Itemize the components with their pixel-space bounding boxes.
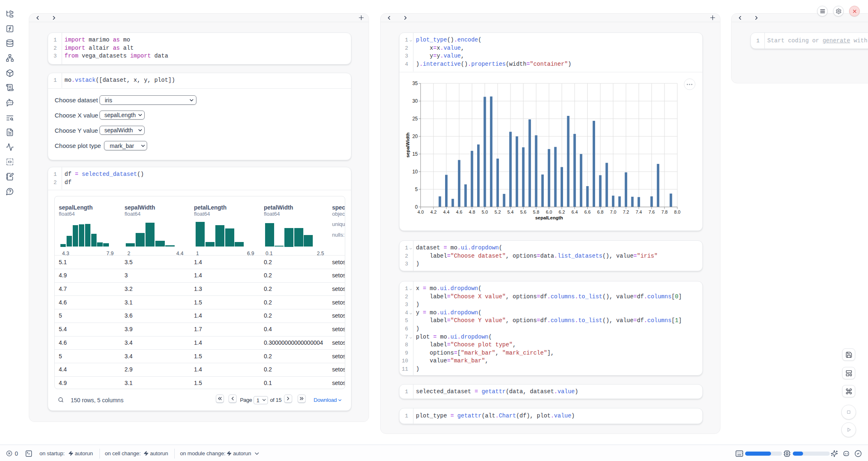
- svg-text:5.4: 5.4: [507, 210, 513, 214]
- svg-text:6.2: 6.2: [559, 210, 565, 214]
- svg-text:5.6: 5.6: [520, 210, 526, 214]
- svg-text:4.8: 4.8: [469, 210, 475, 214]
- svg-text:10: 10: [412, 169, 418, 175]
- svg-text:5.0: 5.0: [482, 210, 488, 214]
- svg-text:6.4: 6.4: [572, 210, 578, 214]
- svg-text:35: 35: [412, 81, 418, 86]
- svg-text:5: 5: [415, 187, 418, 192]
- svg-text:7.2: 7.2: [623, 210, 629, 214]
- svg-text:6.8: 6.8: [597, 210, 603, 214]
- svg-text:8.0: 8.0: [674, 210, 680, 214]
- svg-text:5.2: 5.2: [494, 210, 501, 214]
- svg-text:15: 15: [412, 151, 418, 157]
- svg-text:25: 25: [412, 116, 418, 122]
- svg-text:6.6: 6.6: [584, 210, 591, 214]
- svg-text:7.6: 7.6: [649, 210, 655, 214]
- svg-text:30: 30: [412, 98, 418, 104]
- svg-text:sepalWidth: sepalWidth: [405, 132, 410, 157]
- svg-text:5.8: 5.8: [533, 210, 539, 214]
- svg-text:7.8: 7.8: [661, 210, 667, 214]
- svg-text:7.0: 7.0: [610, 210, 616, 214]
- svg-text:6.0: 6.0: [546, 210, 552, 214]
- svg-text:4.6: 4.6: [456, 210, 462, 214]
- svg-text:7.4: 7.4: [636, 210, 642, 214]
- svg-text:0: 0: [415, 204, 418, 210]
- svg-text:4.4: 4.4: [443, 210, 449, 214]
- svg-text:4.0: 4.0: [418, 210, 424, 214]
- svg-text:sepalLength: sepalLength: [535, 215, 563, 220]
- svg-text:4.2: 4.2: [430, 210, 436, 214]
- svg-text:20: 20: [412, 134, 418, 139]
